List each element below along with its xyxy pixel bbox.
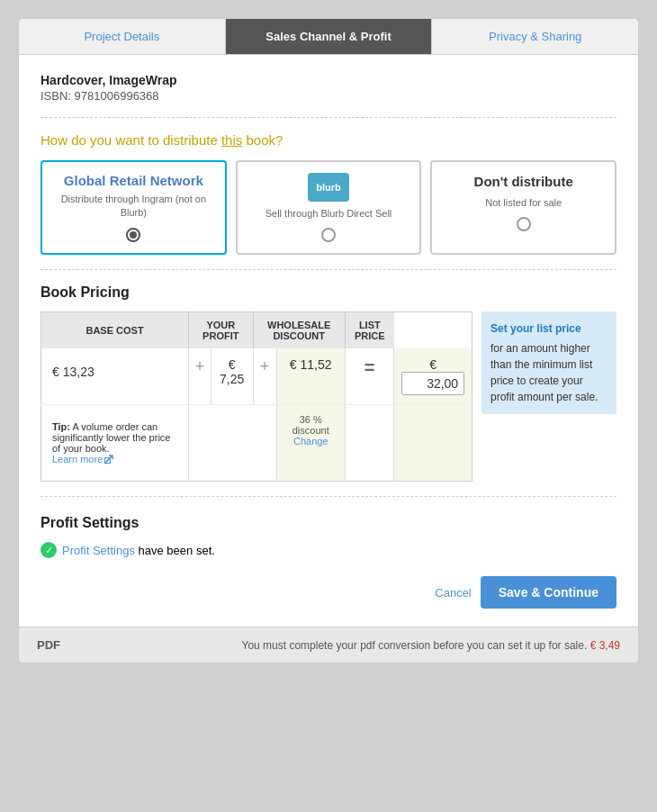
main-content: Hardcover, ImageWrap ISBN: 9781006996368… xyxy=(19,55,638,627)
blurb-desc: Sell through Blurb Direct Sell xyxy=(245,207,413,221)
empty-cell-2 xyxy=(345,405,394,482)
profit-status-suffix: have been set. xyxy=(139,544,215,557)
learn-more-link[interactable]: Learn more xyxy=(52,454,113,465)
pricing-wrapper: BASE COST YOUR PROFIT WHOLESALE DISCOUNT… xyxy=(40,311,616,482)
dist-option-global-retail[interactable]: Global Retail Network Distribute through… xyxy=(40,160,227,255)
tabs-bar: Project Details Sales Channel & Profit P… xyxy=(19,19,638,55)
radio-no-distribute[interactable] xyxy=(517,217,531,231)
tip-text-block: Tip: A volume order can significantly lo… xyxy=(47,414,183,472)
divider-1 xyxy=(40,117,616,118)
no-dist-title: Don't distribute xyxy=(439,173,608,191)
profit-value: € 7,25 xyxy=(211,348,253,405)
pdf-label: PDF xyxy=(37,638,60,652)
learn-more-text: Learn more xyxy=(52,454,103,465)
dist-option-no-distribute[interactable]: Don't distribute Not listed for sale xyxy=(430,160,616,255)
col-base-cost: BASE COST xyxy=(41,312,189,349)
profit-settings-section: Profit Settings ✓ Profit Settings have b… xyxy=(40,515,616,558)
external-link-icon xyxy=(104,455,113,464)
profit-status-text: Profit Settings have been set. xyxy=(62,544,215,557)
discount-cell: 36 % discount Change xyxy=(276,405,345,482)
radio-blurb[interactable] xyxy=(321,228,336,242)
pdf-message: You must complete your pdf conversion be… xyxy=(242,639,621,652)
blurb-logo-text: blurb xyxy=(316,182,341,193)
pricing-row-values: € 13,23 + € 7,25 + € 11,52 = xyxy=(41,348,472,405)
book-title: Hardcover, ImageWrap xyxy=(40,73,616,87)
plus-icon-2: + xyxy=(260,357,270,375)
plus-icon-1: + xyxy=(195,357,205,375)
book-info: Hardcover, ImageWrap ISBN: 9781006996368 xyxy=(40,73,616,103)
change-link[interactable]: Change xyxy=(283,436,339,447)
hint-body: for an amount higher than the minimum li… xyxy=(490,342,598,403)
tip-cell: Tip: A volume order can significantly lo… xyxy=(41,405,189,482)
col-your-profit: YOUR PROFIT xyxy=(189,312,253,349)
dist-option-blurb[interactable]: blurb Sell through Blurb Direct Sell xyxy=(236,160,422,255)
base-cost-amount: € 13,23 xyxy=(52,365,94,379)
list-price-input[interactable] xyxy=(401,372,464,395)
profit-settings-link[interactable]: Profit Settings xyxy=(62,544,135,557)
tip-label: Tip: xyxy=(52,421,70,432)
base-cost-value: € 13,23 xyxy=(41,348,189,405)
list-price-cell: € xyxy=(394,348,472,405)
this-text: this xyxy=(221,132,242,148)
blurb-radio[interactable] xyxy=(245,228,413,242)
wholesale-value: € 11,52 xyxy=(276,348,345,405)
radio-global-retail[interactable] xyxy=(126,228,140,242)
profit-amount: € 7,25 xyxy=(220,357,244,386)
distribution-options: Global Retail Network Distribute through… xyxy=(40,160,616,255)
col-wholesale: WHOLESALE DISCOUNT xyxy=(253,312,345,349)
cancel-button[interactable]: Cancel xyxy=(435,586,471,600)
distribution-question: How do you want to distribute this book? xyxy=(40,132,616,148)
no-dist-radio[interactable] xyxy=(439,217,608,231)
hint-title: Set your list price xyxy=(490,320,608,337)
main-container: Project Details Sales Channel & Profit P… xyxy=(18,18,639,663)
profit-settings-title: Profit Settings xyxy=(40,515,616,531)
divider-3 xyxy=(40,496,616,497)
action-buttons: Cancel Save & Continue xyxy=(40,576,616,609)
equals-icon: = xyxy=(364,357,375,377)
grn-desc: Distribute through Ingram (not on Blurb) xyxy=(50,193,218,221)
pdf-bar: PDF You must complete your pdf conversio… xyxy=(19,627,638,663)
tab-sales-channel[interactable]: Sales Channel & Profit xyxy=(226,19,433,54)
profit-status: ✓ Profit Settings have been set. xyxy=(40,542,616,558)
pricing-section-title: Book Pricing xyxy=(40,284,616,301)
tab-project-details[interactable]: Project Details xyxy=(19,19,226,54)
pricing-hint: Set your list price for an amount higher… xyxy=(482,311,616,414)
col-list-price: LIST PRICE xyxy=(345,312,394,349)
discount-percent: 36 % discount xyxy=(292,414,329,436)
plus-2: + xyxy=(253,348,276,405)
no-dist-desc: Not listed for sale xyxy=(439,196,608,210)
tab-privacy-sharing[interactable]: Privacy & Sharing xyxy=(432,19,638,54)
pdf-message-text: You must complete your pdf conversion be… xyxy=(242,639,588,652)
tip-body: A volume order can significantly lower t… xyxy=(52,421,170,454)
check-icon: ✓ xyxy=(40,542,57,558)
wholesale-amount: € 11,52 xyxy=(290,357,332,372)
plus-1: + xyxy=(189,348,212,405)
pricing-table: BASE COST YOUR PROFIT WHOLESALE DISCOUNT… xyxy=(40,311,472,482)
tip-section: € 13,23 xyxy=(47,357,183,386)
equals-cell: = xyxy=(345,348,394,405)
pricing-table-container: BASE COST YOUR PROFIT WHOLESALE DISCOUNT… xyxy=(40,311,472,482)
grn-title: Global Retail Network xyxy=(50,173,218,189)
pdf-price: € 3,49 xyxy=(590,639,620,652)
save-continue-button[interactable]: Save & Continue xyxy=(481,576,616,609)
grn-radio[interactable] xyxy=(50,228,218,242)
blurb-logo: blurb xyxy=(308,173,349,202)
book-isbn: ISBN: 9781006996368 xyxy=(40,89,616,103)
list-price-currency: € xyxy=(429,357,436,372)
divider-2 xyxy=(40,269,616,270)
list-price-empty xyxy=(394,405,472,482)
empty-cell-1 xyxy=(189,405,277,482)
pricing-row-details: Tip: A volume order can significantly lo… xyxy=(41,405,472,482)
